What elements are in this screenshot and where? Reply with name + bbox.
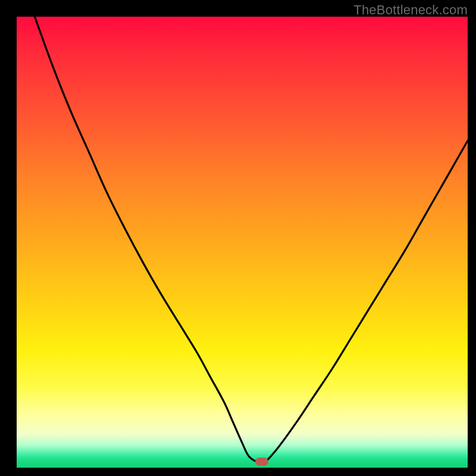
- watermark-text: TheBottleneck.com: [353, 2, 468, 18]
- chart-frame: TheBottleneck.com: [0, 0, 476, 476]
- plot-area: [17, 17, 468, 468]
- bottleneck-curve: [17, 17, 468, 468]
- minimum-marker: [255, 458, 268, 466]
